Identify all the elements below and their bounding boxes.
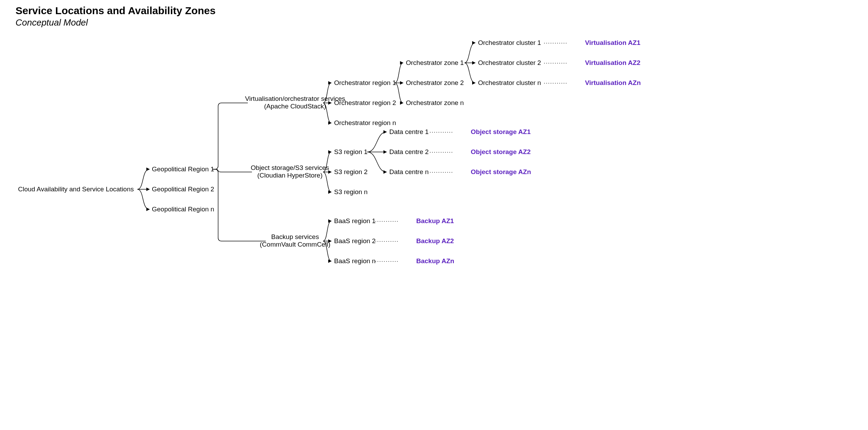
node-baas-az2: Backup AZ2 [416, 237, 454, 245]
node-s3-region-n: S3 region n [334, 188, 368, 195]
dots-baas-n: ··········· [375, 257, 399, 265]
node-baas-l2: (CommVault CommCell) [260, 241, 330, 248]
node-orch-region-1: Orchestrator region 1 [334, 79, 396, 86]
node-orch-cluster-2: Orchestrator cluster 2 [478, 59, 541, 66]
node-baas-l1: Backup services [271, 233, 319, 240]
node-virt-l2: (Apache CloudStack) [264, 103, 326, 110]
node-orch-zone-2: Orchestrator zone 2 [406, 79, 464, 86]
edge-s31-dc1 [367, 132, 387, 152]
node-geon: Geopolitical Region n [152, 206, 214, 213]
node-orch-region-n: Orchestrator region n [334, 119, 396, 126]
diagram-svg: Cloud Availability and Service Locations… [0, 0, 868, 430]
node-virt-l1: Virtualisation/orchestrator services [245, 95, 345, 102]
node-baas-region-2: BaaS region 2 [334, 237, 376, 245]
node-baas-azn: Backup AZn [416, 257, 454, 265]
node-obj-az1: Object storage AZ1 [471, 128, 531, 135]
edge-or1-zn [395, 83, 403, 103]
edge-root-geo1 [137, 169, 149, 189]
diagram-page: Service Locations and Availability Zones… [0, 0, 868, 430]
edge-geo1-baas [213, 169, 266, 241]
node-obj-az2: Object storage AZ2 [471, 148, 531, 155]
dots-dc-n: ··········· [429, 168, 453, 175]
dots-cluster-n: ··········· [544, 79, 567, 86]
edge-root-geon [137, 189, 149, 209]
node-virt-az2: Virtualisation AZ2 [585, 59, 640, 66]
node-baas-region-1: BaaS region 1 [334, 217, 376, 224]
edge-obj-s3n [323, 172, 331, 192]
edge-s31-dcn [367, 152, 387, 172]
edge-z1-cn [465, 63, 475, 83]
edge-baas-r1 [323, 221, 331, 241]
node-virt-az1: Virtualisation AZ1 [585, 39, 641, 46]
edge-geo1-obj [213, 169, 252, 172]
dots-cluster-2: ··········· [544, 59, 567, 66]
node-baas-az1: Backup AZ1 [416, 217, 454, 224]
node-s3-region-1: S3 region 1 [334, 148, 368, 155]
node-dc-n: Data centre n [389, 168, 429, 175]
node-orch-cluster-n: Orchestrator cluster n [478, 79, 541, 86]
node-orch-zone-1: Orchestrator zone 1 [406, 59, 464, 66]
edge-geo1-virt [213, 103, 248, 169]
node-geo2: Geopolitical Region 2 [152, 185, 214, 193]
dots-dc-2: ··········· [429, 148, 453, 155]
dots-dc-1: ··········· [429, 128, 453, 135]
node-dc-2: Data centre 2 [389, 148, 429, 155]
node-baas-region-n: BaaS region n [334, 257, 376, 265]
node-obj-azn: Object storage AZn [471, 168, 531, 175]
node-orch-zone-n: Orchestrator zone n [406, 99, 464, 106]
node-s3-region-2: S3 region 2 [334, 168, 368, 175]
dots-cluster-1: ··········· [544, 39, 567, 46]
edge-or1-z1 [395, 63, 403, 83]
node-dc-1: Data centre 1 [389, 128, 429, 135]
node-orch-cluster-1: Orchestrator cluster 1 [478, 39, 541, 46]
dots-baas-2: ··········· [375, 237, 399, 245]
node-virt-azn: Virtualisation AZn [585, 79, 641, 86]
node-orch-region-2: Orchestrator region 2 [334, 99, 396, 106]
dots-baas-1: ··········· [375, 217, 399, 224]
node-obj-l2: (Cloudian HyperStore) [257, 172, 322, 179]
node-root: Cloud Availability and Service Locations [18, 185, 134, 193]
node-obj-l1: Object storage/S3 services [251, 164, 329, 171]
edge-z1-c1 [465, 43, 475, 63]
node-geo1: Geopolitical Region 1 [152, 165, 214, 173]
